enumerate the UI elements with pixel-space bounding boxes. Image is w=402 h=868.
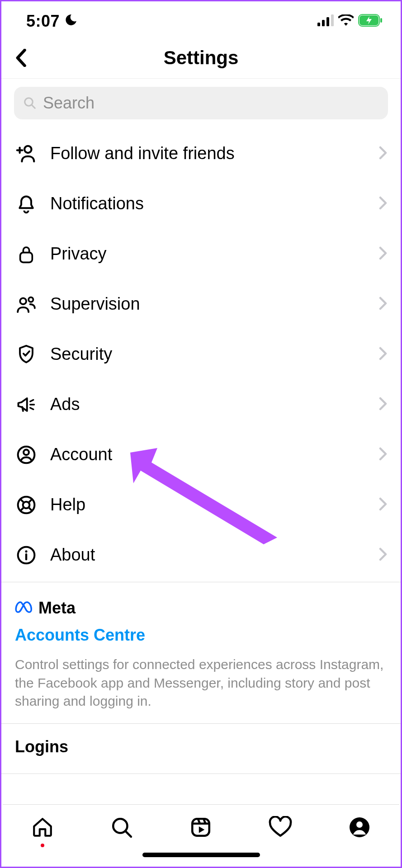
- meta-section: Meta Accounts Centre Control settings fo…: [1, 582, 401, 722]
- svg-line-22: [20, 499, 24, 502]
- page-title: Settings: [164, 47, 239, 69]
- svg-line-24: [20, 507, 24, 510]
- svg-point-36: [356, 821, 363, 828]
- menu-item-follow-invite[interactable]: Follow and invite friends: [1, 128, 401, 179]
- svg-rect-31: [193, 819, 210, 836]
- nav-home[interactable]: [29, 814, 56, 841]
- svg-line-23: [29, 499, 32, 502]
- meta-brand: Meta: [15, 599, 387, 618]
- svg-rect-12: [20, 252, 33, 262]
- menu-item-notifications[interactable]: Notifications: [1, 179, 401, 229]
- status-icons: [317, 14, 383, 28]
- menu-label: Notifications: [50, 194, 379, 213]
- search-icon: [23, 96, 37, 110]
- nav-search[interactable]: [108, 814, 135, 841]
- svg-point-14: [28, 297, 33, 302]
- megaphone-icon: [15, 393, 38, 416]
- svg-rect-0: [317, 23, 320, 26]
- notification-dot-icon: [41, 844, 44, 847]
- home-indicator: [142, 853, 260, 857]
- svg-line-8: [32, 105, 35, 108]
- chevron-right-icon: [379, 397, 387, 412]
- svg-point-9: [24, 146, 31, 152]
- menu-label: Follow and invite friends: [50, 144, 379, 163]
- menu-label: About: [50, 545, 379, 565]
- chevron-right-icon: [379, 297, 387, 312]
- do-not-disturb-icon: [64, 12, 78, 31]
- chevron-right-icon: [379, 547, 387, 563]
- svg-line-15: [30, 400, 33, 401]
- heart-icon: [268, 816, 293, 839]
- status-time-group: 5:07: [26, 12, 78, 31]
- menu-label: Ads: [50, 395, 379, 414]
- menu-item-privacy[interactable]: Privacy: [1, 229, 401, 279]
- divider: [1, 774, 401, 774]
- battery-charging-icon: [358, 14, 383, 28]
- settings-menu: Follow and invite friends Notifications …: [1, 119, 401, 580]
- menu-label: Privacy: [50, 244, 379, 264]
- svg-point-21: [23, 501, 30, 508]
- reels-icon: [189, 816, 212, 839]
- search-container: Search: [1, 79, 401, 119]
- svg-rect-2: [326, 17, 329, 26]
- user-circle-icon: [15, 443, 38, 466]
- svg-point-27: [25, 550, 27, 552]
- status-bar: 5:07: [1, 1, 401, 38]
- svg-point-20: [18, 496, 35, 513]
- menu-item-about[interactable]: About: [1, 530, 401, 580]
- chevron-right-icon: [379, 246, 387, 262]
- cellular-signal-icon: [317, 14, 334, 28]
- lock-icon: [15, 243, 38, 265]
- info-icon: [15, 544, 38, 566]
- home-icon: [31, 816, 54, 839]
- logins-section: Logins: [1, 724, 401, 765]
- menu-item-help[interactable]: Help: [1, 480, 401, 530]
- search-input[interactable]: Search: [14, 87, 388, 119]
- svg-line-17: [30, 408, 33, 410]
- search-icon: [110, 816, 133, 839]
- logins-heading: Logins: [15, 737, 387, 756]
- menu-item-account[interactable]: Account: [1, 429, 401, 480]
- chevron-left-icon: [14, 49, 28, 67]
- chevron-right-icon: [379, 497, 387, 513]
- chevron-right-icon: [379, 196, 387, 212]
- nav-reels[interactable]: [187, 814, 214, 841]
- search-placeholder: Search: [43, 94, 95, 113]
- meta-brand-text: Meta: [38, 599, 76, 618]
- accounts-centre-link[interactable]: Accounts Centre: [15, 626, 145, 645]
- svg-rect-3: [331, 14, 334, 26]
- svg-line-25: [29, 507, 32, 510]
- svg-rect-1: [322, 20, 325, 26]
- menu-label: Account: [50, 445, 379, 464]
- svg-line-30: [126, 831, 131, 836]
- svg-point-19: [24, 449, 29, 455]
- shield-check-icon: [15, 343, 38, 366]
- menu-item-security[interactable]: Security: [1, 329, 401, 379]
- chevron-right-icon: [379, 447, 387, 462]
- meta-description: Control settings for connected experienc…: [15, 656, 387, 711]
- people-icon: [15, 293, 38, 316]
- nav-profile[interactable]: [346, 814, 373, 841]
- svg-point-13: [20, 298, 26, 304]
- bottom-nav: [3, 804, 399, 865]
- chevron-right-icon: [379, 347, 387, 362]
- add-person-icon: [15, 142, 38, 165]
- status-time: 5:07: [26, 12, 60, 31]
- menu-label: Help: [50, 495, 379, 514]
- nav-activity[interactable]: [267, 814, 294, 841]
- menu-item-supervision[interactable]: Supervision: [1, 279, 401, 329]
- back-button[interactable]: [9, 47, 32, 69]
- menu-label: Security: [50, 344, 379, 364]
- profile-icon: [349, 816, 370, 838]
- page-header: Settings: [1, 38, 401, 78]
- chevron-right-icon: [379, 146, 387, 161]
- menu-item-ads[interactable]: Ads: [1, 379, 401, 429]
- meta-logo-icon: [15, 600, 35, 616]
- lifebuoy-icon: [15, 494, 38, 516]
- svg-rect-6: [380, 18, 382, 23]
- wifi-icon: [338, 14, 354, 28]
- bell-icon: [15, 193, 38, 215]
- menu-label: Supervision: [50, 294, 379, 314]
